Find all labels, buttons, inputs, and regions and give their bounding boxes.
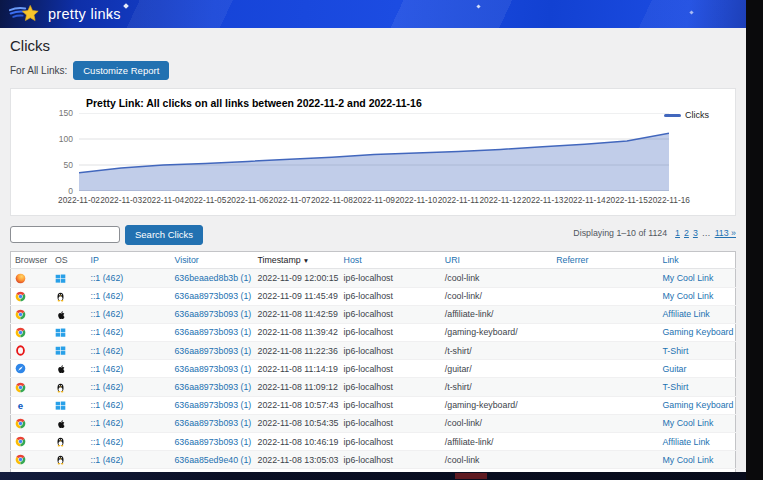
ip-cell: ::1 (462): [86, 323, 170, 341]
linux-icon: [55, 436, 66, 447]
visitor-link[interactable]: 636aa8973b093 (1): [174, 437, 251, 447]
visitor-link[interactable]: 636aa8973b093 (1): [174, 418, 251, 428]
uri-cell: /guitar/: [441, 360, 552, 378]
link-cell: My Cool Link: [658, 414, 735, 432]
os-cell: [51, 323, 86, 341]
pretty-link-link[interactable]: Gaming Keyboard: [662, 400, 733, 410]
os-cell: [51, 360, 86, 378]
ip-link[interactable]: ::1 (462): [90, 437, 123, 447]
windows-icon: [55, 273, 66, 284]
column-header-ip[interactable]: IP: [86, 252, 170, 269]
pretty-link-link[interactable]: My Cool Link: [662, 455, 713, 465]
column-header-browser: Browser: [11, 252, 52, 269]
ip-link[interactable]: ::1 (462): [90, 418, 123, 428]
ip-link[interactable]: ::1 (462): [90, 273, 123, 283]
chrome-icon: [15, 291, 26, 302]
column-header-timestamp[interactable]: Timestamp▼: [253, 252, 339, 269]
customize-report-button[interactable]: Customize Report: [73, 61, 169, 80]
table-row: ::1 (462)636aa8973b093 (1)2022-11-08 10:…: [11, 432, 736, 450]
ip-link[interactable]: ::1 (462): [90, 309, 123, 319]
x-tick-label: 2022-11-10: [395, 195, 437, 205]
x-tick-label: 2022-11-08: [311, 195, 353, 205]
legend-label: Clicks: [685, 110, 709, 120]
ip-cell: ::1 (462): [86, 305, 170, 323]
linux-icon: [55, 382, 66, 393]
visitor-link[interactable]: 636aa8973b093 (1): [174, 346, 251, 356]
column-header-referrer[interactable]: Referrer: [552, 252, 658, 269]
host-cell: ip6-localhost: [340, 378, 441, 396]
x-tick-label: 2022-11-15: [606, 195, 648, 205]
host-cell: ip6-localhost: [340, 269, 441, 287]
uri-cell: /cool-link/: [441, 414, 552, 432]
ip-link[interactable]: ::1 (462): [90, 327, 123, 337]
pretty-link-link[interactable]: T-Shirt: [662, 346, 688, 356]
uri-cell: /cool-link: [441, 451, 552, 469]
os-cell: [51, 414, 86, 432]
edge-icon: e: [15, 400, 26, 411]
browser-cell: e: [11, 396, 52, 414]
chrome-icon: [15, 418, 26, 429]
pretty-link-link[interactable]: Gaming Keyboard: [662, 327, 733, 337]
pretty-link-link[interactable]: Guitar: [662, 364, 686, 374]
visitor-link[interactable]: 636aa85ed9e40 (1): [174, 455, 251, 465]
pretty-link-link[interactable]: Affiliate Link: [662, 309, 709, 319]
svg-text:e: e: [18, 400, 24, 411]
clicks-chart-card: Pretty Link: All clicks on all links bet…: [10, 88, 736, 216]
pretty-link-link[interactable]: My Cool Link: [662, 418, 713, 428]
visitor-link[interactable]: 636aa8973b093 (1): [174, 400, 251, 410]
pretty-link-link[interactable]: T-Shirt: [662, 382, 688, 392]
page-1-link[interactable]: 1: [675, 228, 680, 238]
visitor-link[interactable]: 636aa8973b093 (1): [174, 291, 251, 301]
visitor-link[interactable]: 636aa8973b093 (1): [174, 327, 251, 337]
os-cell: [51, 342, 86, 360]
column-header-uri[interactable]: URI: [441, 252, 552, 269]
ip-link[interactable]: ::1 (462): [90, 400, 123, 410]
visitor-cell: 636aa8973b093 (1): [170, 360, 253, 378]
pretty-link-link[interactable]: My Cool Link: [662, 291, 713, 301]
ip-link[interactable]: ::1 (462): [90, 455, 123, 465]
legend-swatch-icon: [664, 114, 681, 117]
chart-legend: Clicks: [664, 110, 709, 120]
table-row: ::1 (462)636aa85ed9e40 (1)2022-11-08 13:…: [11, 451, 736, 469]
column-header-visitor[interactable]: Visitor: [170, 252, 253, 269]
timestamp-cell: 2022-11-08 11:09:12: [253, 378, 339, 396]
x-tick-label: 2022-11-11: [438, 195, 479, 205]
table-row: ::1 (462)636aa8973b093 (1)2022-11-08 10:…: [11, 414, 736, 432]
visitor-link[interactable]: 636aa8973b093 (1): [174, 382, 251, 392]
ip-cell: ::1 (462): [86, 269, 170, 287]
x-tick-label: 2022-11-13: [522, 195, 564, 205]
pretty-link-link[interactable]: Affiliate Link: [662, 437, 709, 447]
visitor-link[interactable]: 636aa8973b093 (1): [174, 309, 251, 319]
ip-cell: ::1 (462): [86, 396, 170, 414]
search-input[interactable]: [10, 226, 120, 243]
y-tick-label: 100: [43, 134, 73, 144]
search-clicks-button[interactable]: Search Clicks: [125, 225, 203, 244]
pretty-link-link[interactable]: My Cool Link: [662, 273, 713, 283]
apple-icon: [55, 418, 66, 429]
referrer-cell: [552, 287, 658, 305]
referrer-cell: [552, 378, 658, 396]
visitor-cell: 636beaaed8b3b (1): [170, 269, 253, 287]
column-header-host[interactable]: Host: [340, 252, 441, 269]
ip-link[interactable]: ::1 (462): [90, 291, 123, 301]
page-3-link[interactable]: 3: [693, 228, 698, 238]
visitor-link[interactable]: 636beaaed8b3b (1): [174, 273, 251, 283]
last-page-link[interactable]: 113 »: [715, 228, 736, 238]
x-tick-label: 2022-11-06: [227, 195, 269, 205]
uri-cell: /t-shirt/: [441, 378, 552, 396]
ip-link[interactable]: ::1 (462): [90, 346, 123, 356]
ip-link[interactable]: ::1 (462): [90, 364, 123, 374]
table-row: ::1 (462)636aa8973b093 (1)2022-11-08 11:…: [11, 342, 736, 360]
visitor-cell: 636aa8973b093 (1): [170, 432, 253, 450]
uri-cell: /cool-link: [441, 269, 552, 287]
page-2-link[interactable]: 2: [684, 228, 689, 238]
main-content: Clicks For All Links: Customize Report P…: [0, 37, 746, 480]
table-header: BrowserOSIPVisitorTimestamp▼HostURIRefer…: [11, 252, 736, 269]
host-cell: ip6-localhost: [340, 323, 441, 341]
column-header-link[interactable]: Link: [658, 252, 735, 269]
timestamp-cell: 2022-11-09 12:00:15: [253, 269, 339, 287]
link-cell: T-Shirt: [658, 378, 735, 396]
visitor-link[interactable]: 636aa8973b093 (1): [174, 364, 251, 374]
ip-link[interactable]: ::1 (462): [90, 382, 123, 392]
table-row: ::1 (462)636aa8973b093 (1)2022-11-08 11:…: [11, 323, 736, 341]
